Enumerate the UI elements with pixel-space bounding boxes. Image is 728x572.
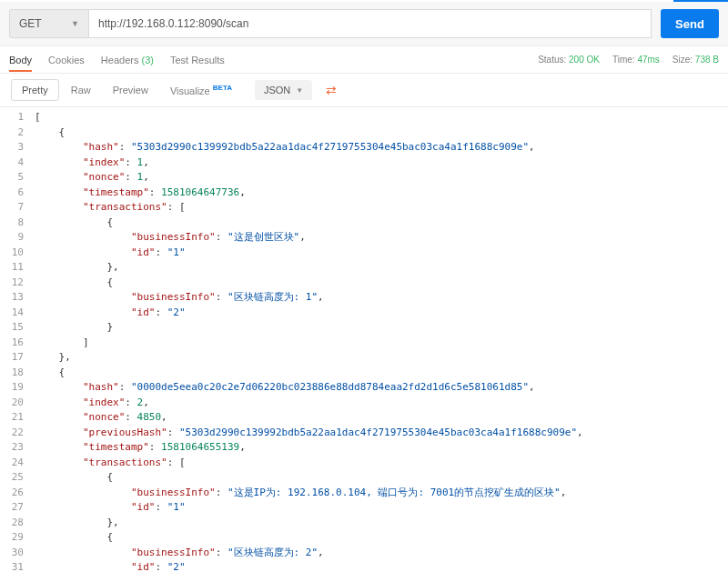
size-value: 738 B	[695, 55, 719, 65]
tab-test-results[interactable]: Test Results	[170, 48, 225, 72]
response-meta: Status: 200 OK Time: 47ms Size: 738 B	[538, 55, 719, 65]
beta-badge: BETA	[213, 84, 232, 92]
response-tabs-row: Body Cookies Headers (3) Test Results St…	[0, 46, 728, 74]
chevron-down-icon: ▼	[296, 86, 303, 95]
chevron-down-icon: ▼	[71, 19, 79, 28]
url-input[interactable]	[89, 9, 652, 38]
http-method-select[interactable]: GET ▼	[9, 9, 89, 38]
request-bar: GET ▼ Send	[0, 2, 728, 46]
tab-cookies[interactable]: Cookies	[48, 48, 85, 72]
tab-headers-label: Headers	[101, 55, 139, 65]
wrap-lines-icon[interactable]: ⇄	[319, 79, 343, 101]
tab-headers[interactable]: Headers (3)	[101, 48, 154, 72]
format-value: JSON	[264, 85, 290, 95]
status-value: 200 OK	[569, 55, 600, 65]
view-visualize-button[interactable]: Visualize BETA	[160, 79, 242, 101]
time-value: 47ms	[637, 55, 659, 65]
body-toolbar: Pretty Raw Preview Visualize BETA JSON ▼…	[0, 74, 728, 107]
response-tabs: Body Cookies Headers (3) Test Results	[9, 48, 225, 72]
view-pretty-button[interactable]: Pretty	[11, 79, 59, 101]
response-editor: 1234567891011121314151617181920212223242…	[0, 107, 728, 572]
view-raw-button[interactable]: Raw	[61, 80, 101, 100]
http-method-value: GET	[19, 17, 42, 30]
size-block: Size: 738 B	[672, 55, 719, 65]
line-gutter: 1234567891011121314151617181920212223242…	[0, 107, 31, 572]
status-block: Status: 200 OK	[538, 55, 600, 65]
time-block: Time: 47ms	[612, 55, 660, 65]
view-preview-button[interactable]: Preview	[103, 80, 158, 100]
tab-body[interactable]: Body	[9, 48, 32, 72]
send-button[interactable]: Send	[661, 9, 719, 38]
tab-headers-count: (3)	[141, 55, 153, 65]
response-body[interactable]: [ { "hash": "5303d2990c139992bdb5a22aa1d…	[31, 107, 728, 572]
format-select[interactable]: JSON ▼	[255, 80, 312, 100]
